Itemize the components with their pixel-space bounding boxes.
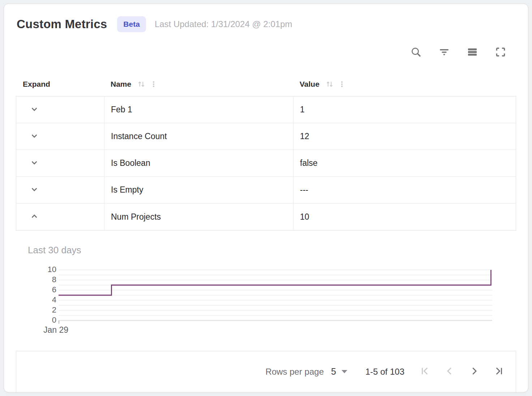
- y-tick-label: 4: [41, 295, 56, 305]
- filter-button[interactable]: [438, 46, 450, 59]
- chevron-left-icon: [444, 366, 455, 378]
- metric-value-cell: 10: [293, 203, 516, 230]
- metric-value-cell: false: [293, 150, 516, 176]
- filter-icon: [438, 46, 450, 59]
- card-header: Custom Metrics Beta Last Updated: 1/31/2…: [16, 16, 516, 32]
- y-tick-label: 2: [41, 305, 56, 315]
- chart-title: Last 30 days: [28, 245, 516, 256]
- chart-y-axis: 0246810: [41, 265, 56, 321]
- table-row: Instance Count 12: [16, 123, 516, 150]
- last-page-button[interactable]: [493, 366, 504, 377]
- column-header-expand: Expand: [16, 80, 104, 89]
- metric-chart-svg: [59, 270, 494, 325]
- table-row: Is Empty ---: [16, 177, 516, 203]
- density-icon: [467, 46, 478, 59]
- fullscreen-icon: [495, 46, 506, 59]
- column-menu-icon[interactable]: [338, 79, 346, 89]
- last-page-icon: [493, 366, 504, 378]
- metric-value-cell: 1: [293, 96, 516, 123]
- metric-value-cell: 12: [293, 123, 516, 150]
- first-page-button[interactable]: [420, 366, 430, 377]
- chevron-down-icon: [29, 104, 39, 115]
- chevron-down-icon: [29, 158, 39, 169]
- expand-row-button[interactable]: [27, 129, 42, 144]
- column-label: Value: [300, 80, 319, 89]
- table-row: Is Boolean false: [16, 150, 516, 177]
- sort-icon[interactable]: [137, 79, 146, 89]
- metric-name-cell: Num Projects: [104, 203, 293, 230]
- y-tick-label: 6: [41, 285, 56, 294]
- chevron-up-icon: [29, 211, 39, 223]
- rows-per-page-value: 5: [331, 366, 336, 377]
- row-detail-panel: Last 30 days 0246810 Jan 29: [16, 231, 516, 337]
- pagination-range: 1-5 of 103: [365, 367, 404, 377]
- column-menu-icon[interactable]: [150, 79, 158, 89]
- last-updated-text: Last Updated: 1/31/2024 @ 2:01pm: [155, 19, 292, 29]
- chevron-down-icon: [29, 184, 39, 195]
- table-footer: Rows per page 5 1-5 of 103: [16, 351, 516, 392]
- table-row: Num Projects 10: [16, 203, 516, 230]
- metric-value-cell: ---: [293, 177, 516, 203]
- next-page-button[interactable]: [469, 366, 480, 377]
- chevron-right-icon: [469, 366, 480, 378]
- chevron-down-icon: [29, 131, 39, 142]
- rows-per-page-label: Rows per page: [266, 367, 324, 377]
- grid-toolbar: [16, 46, 516, 59]
- y-tick-label: 0: [41, 315, 56, 325]
- table-body: Feb 1 1 Instance Count 12 Is Boolean fal…: [16, 96, 516, 231]
- metric-history-chart: 0246810 Jan 29: [41, 265, 516, 337]
- table-header-row: Expand Name Value: [16, 72, 516, 96]
- page-title: Custom Metrics: [17, 17, 107, 31]
- x-tick-label: Jan 29: [43, 325, 68, 335]
- column-header-value[interactable]: Value: [293, 79, 516, 89]
- column-label: Expand: [23, 80, 50, 89]
- first-page-icon: [420, 366, 430, 378]
- metric-name-cell: Instance Count: [104, 123, 293, 150]
- metric-name-cell: Feb 1: [104, 96, 293, 123]
- search-icon: [410, 46, 422, 59]
- sort-icon[interactable]: [325, 79, 334, 89]
- y-tick-label: 8: [41, 275, 56, 284]
- y-tick-label: 10: [41, 265, 56, 274]
- rows-per-page-select[interactable]: 5: [331, 366, 347, 377]
- expand-row-button[interactable]: [27, 183, 42, 197]
- table-row: Feb 1 1: [16, 96, 516, 123]
- previous-page-button[interactable]: [444, 366, 455, 377]
- column-header-name[interactable]: Name: [104, 79, 293, 89]
- expand-row-button[interactable]: [27, 156, 42, 171]
- metric-name-cell: Is Boolean: [104, 150, 293, 176]
- beta-badge: Beta: [117, 16, 146, 32]
- density-button[interactable]: [466, 46, 479, 59]
- pagination-controls: [420, 366, 504, 377]
- collapse-row-button[interactable]: [27, 210, 42, 224]
- search-button[interactable]: [410, 46, 422, 59]
- metric-name-cell: Is Empty: [104, 177, 293, 203]
- column-label: Name: [111, 80, 131, 89]
- expand-row-button[interactable]: [27, 103, 42, 117]
- fullscreen-button[interactable]: [494, 46, 507, 59]
- custom-metrics-card: Custom Metrics Beta Last Updated: 1/31/2…: [4, 4, 528, 392]
- caret-down-icon: [342, 370, 347, 373]
